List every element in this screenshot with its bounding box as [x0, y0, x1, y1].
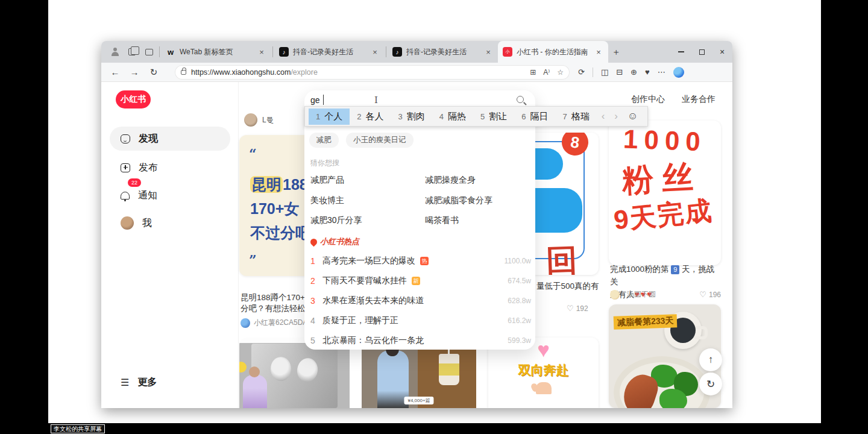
ibeam-cursor: I	[374, 95, 378, 105]
search-suggestion[interactable]: 减肥产品	[310, 175, 344, 186]
copilot-icon[interactable]	[673, 67, 684, 78]
xiaohongshu-logo[interactable]: 小红书	[116, 90, 151, 108]
fans-card-likes[interactable]: ♡ 196	[699, 290, 721, 299]
tab-douyin-1[interactable]: ♪ 抖音-记录美好生活 ×	[274, 41, 385, 63]
browser-essentials-icon[interactable]: ⊕	[631, 68, 637, 77]
menu-icon: ☰	[121, 377, 129, 388]
tab-douyin-2[interactable]: ♪ 抖音-记录美好生活 ×	[388, 41, 498, 63]
heart-outline-icon[interactable]: ♡	[567, 304, 574, 313]
hot-title-text: 水果在逐渐失去本来的味道	[322, 295, 424, 306]
hot-views: 1100.0w	[505, 257, 531, 265]
ime-candidate[interactable]: 6隔日	[514, 108, 555, 125]
drawing-card-caption[interactable]: 量低于500真的有	[536, 281, 599, 292]
candidate-text: 割肉	[407, 111, 425, 122]
candidate-text: 隔热	[448, 111, 466, 122]
ime-next-icon[interactable]: ›	[609, 110, 623, 122]
note-line: 170+女	[250, 197, 310, 221]
screen-share-stage: 李文松的共享屏幕 w WeTab 新标签页 × ♪ 抖音-记录美好生活 × ♪ …	[0, 0, 868, 434]
avatar	[610, 290, 620, 300]
tab-close-icon[interactable]: ×	[483, 48, 493, 57]
more-options-icon[interactable]: ⋯	[658, 68, 665, 77]
search-suggestion[interactable]: 美妆博主	[310, 195, 344, 206]
sidebar-item-notifications[interactable]: 通知	[110, 183, 230, 207]
search-dropdown-panel: ge I 减肥 小王的瘦美日记 猜你想搜 减肥产品 减肥操瘦全身 美妆博主 减肥…	[304, 90, 535, 350]
ime-candidate[interactable]: 4隔热	[432, 108, 473, 125]
extensions-icon[interactable]: ⟳	[578, 68, 585, 77]
search-suggestion[interactable]: 减肥减脂零食分享	[425, 195, 492, 206]
photo-card-travel[interactable]: ¥4,000+篇	[362, 339, 476, 408]
ime-candidate[interactable]: 5割让	[473, 108, 514, 125]
xiaohongshu-page: 小红书 发现 发布 22 通知 我 ☰ 更多 创作	[101, 82, 732, 408]
publish-plus-icon	[121, 163, 130, 172]
maximize-button[interactable]	[691, 41, 712, 63]
tab-xiaohongshu-active[interactable]: 小 小红书 - 你的生活指南 ×	[498, 41, 608, 63]
hot-rank: 4	[310, 316, 318, 326]
tab-close-icon[interactable]: ×	[594, 48, 603, 57]
candidate-text: 隔日	[530, 111, 548, 122]
shopping-icon[interactable]: ♥	[645, 68, 650, 77]
candidate-number: 1	[316, 112, 320, 121]
split-screen-icon[interactable]: ◫	[601, 68, 608, 77]
forward-button[interactable]: →	[127, 64, 142, 80]
sidebar-item-publish[interactable]: 发布	[110, 156, 230, 180]
hot-rank: 2	[310, 276, 318, 286]
ime-prev-icon[interactable]: ‹	[597, 110, 610, 122]
tab-wetab[interactable]: w WeTab 新标签页 ×	[161, 41, 271, 63]
profile-icon[interactable]	[107, 44, 123, 60]
hot-item[interactable]: 5 北京暴雨：乌云化作一条龙 599.3w	[310, 335, 531, 346]
search-suggestion[interactable]: 减肥操瘦全身	[425, 175, 476, 186]
ime-candidate[interactable]: 3割肉	[391, 108, 432, 125]
favorites-bar-icon[interactable]: ⊞	[530, 68, 536, 77]
hot-list-header: 小红书热点	[310, 236, 359, 247]
note-card-text: 昆明188 170+女 不过分吧	[250, 172, 310, 245]
note-card-author[interactable]: 小红薯62CA5DA	[241, 318, 307, 328]
sidebar-item-more[interactable]: ☰ 更多	[110, 370, 230, 394]
read-aloud-icon[interactable]: A⁾	[543, 68, 550, 77]
scroll-top-button[interactable]: ↑	[699, 348, 722, 371]
hot-item[interactable]: 3 水果在逐渐失去本来的味道 628.8w	[310, 295, 531, 306]
tab-title: 抖音-记录美好生活	[293, 47, 366, 57]
collections-icon[interactable]: ⊟	[616, 68, 623, 77]
minimize-button[interactable]	[671, 41, 691, 63]
workspaces-icon[interactable]	[124, 44, 140, 60]
sidebar-item-me[interactable]: 我	[110, 211, 230, 235]
letterbox-left	[0, 0, 48, 434]
url-text: https://www.xiaohongshu.com/explore	[191, 68, 318, 77]
ime-candidate[interactable]: 2各人	[350, 108, 391, 125]
fans-card-author[interactable]: 汤圆不圆 ♡ 196	[610, 289, 721, 300]
search-input[interactable]: ge	[310, 95, 320, 105]
fans-card[interactable]: 1000 粉丝 9天完成	[609, 121, 721, 265]
hot-views: 599.3w	[508, 336, 531, 345]
hot-item[interactable]: 4 质疑于正，理解于正 616.2w	[310, 315, 531, 326]
minimize-icon	[678, 51, 684, 52]
ime-candidate-selected[interactable]: 1个人	[309, 108, 350, 125]
add-favorite-star-icon[interactable]: ☆	[557, 68, 564, 77]
search-suggestion[interactable]: 喝茶看书	[425, 215, 459, 226]
refresh-feed-button[interactable]: ↻	[699, 373, 722, 395]
creator-center-link[interactable]: 创作中心	[631, 94, 665, 105]
business-link[interactable]: 业务合作	[682, 94, 715, 105]
history-tag[interactable]: 小王的瘦美日记	[346, 133, 414, 148]
tab-close-icon[interactable]: ×	[257, 48, 266, 57]
sidebar-divider	[238, 82, 239, 408]
back-button[interactable]: ←	[107, 64, 123, 80]
person-icon	[111, 48, 119, 56]
close-window-button[interactable]: ×	[712, 41, 732, 63]
hot-rank: 1	[310, 256, 318, 266]
address-bar[interactable]: https://www.xiaohongshu.com/explore ⊞ A⁾…	[175, 65, 570, 80]
tab-actions-icon[interactable]	[141, 44, 157, 60]
search-suggestion[interactable]: 减肥30斤分享	[310, 215, 362, 226]
emoji-picker-icon[interactable]: ☺	[624, 110, 641, 122]
search-icon[interactable]	[517, 96, 524, 103]
history-tag[interactable]: 减肥	[309, 133, 339, 148]
tab-close-icon[interactable]: ×	[370, 48, 380, 57]
candidate-number: 6	[521, 112, 526, 121]
feed-user-row[interactable]: L曼	[244, 113, 274, 127]
hot-item[interactable]: 2 下雨天不要背碱水挂件 新 674.5w	[310, 275, 531, 286]
hot-item[interactable]: 1 高考完来一场巨大的爆改 热 1100.0w	[310, 256, 531, 266]
new-tab-button[interactable]: ＋	[608, 44, 624, 60]
ime-candidate[interactable]: 7格瑞	[555, 108, 596, 125]
sidebar-item-discover[interactable]: 发现	[110, 127, 230, 151]
refresh-button[interactable]: ↻	[146, 64, 162, 80]
drawing-card-likes[interactable]: ♡ 192	[567, 304, 588, 313]
